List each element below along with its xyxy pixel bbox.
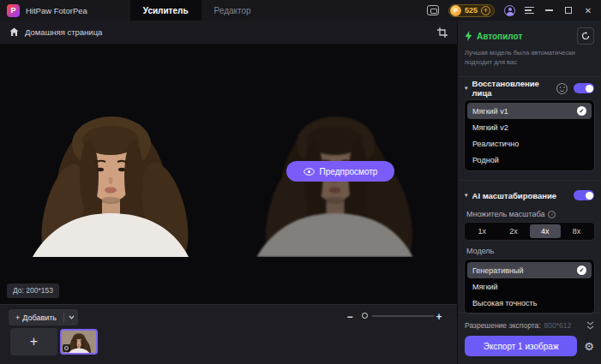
maximize-button[interactable] <box>563 5 574 15</box>
image-thumbnail[interactable] <box>60 329 98 355</box>
preview-button[interactable]: Предпросмотр <box>286 161 394 182</box>
autopilot-description: Лучшая модель была автоматически подходи… <box>465 49 593 68</box>
add-label: Добавить <box>22 313 57 322</box>
zoom-slider-knob[interactable] <box>362 313 368 319</box>
export-button[interactable]: Экспорт 1 изображ <box>465 336 577 356</box>
preview-label: Предпросмотр <box>320 167 378 176</box>
face-restoration-header[interactable]: ▾ Восстановление лица <box>465 81 594 95</box>
ai-upscaling-header[interactable]: ▾ AI масштабирование <box>465 188 594 202</box>
bottom-bar: + Добавить − + + <box>0 304 457 364</box>
add-image-tile[interactable]: + <box>10 328 57 355</box>
multiplier-label: Множитель масштаба i <box>466 210 556 218</box>
app-window: P HitPaw FotorPea Усилитель Редактор P 5… <box>0 0 601 364</box>
add-image-button[interactable]: + Добавить <box>9 309 78 325</box>
caret-down-icon[interactable]: ▾ <box>465 192 468 199</box>
app-title: HitPaw FotorPea <box>26 6 87 15</box>
plus-icon: + <box>15 313 20 322</box>
export-resolution-label: Разрешение экспорта: <box>465 321 541 330</box>
upscale-model-list: Генеративный ✓ Мягкий Высокая точность <box>464 259 595 314</box>
export-resolution-value: 800*612 <box>544 321 572 330</box>
ai-upscaling-title: AI масштабирование <box>472 191 557 200</box>
compare-canvas: До: 200*153 Предпросмотр <box>0 45 457 304</box>
refresh-button[interactable] <box>577 27 594 45</box>
titlebar-actions: P 525 + ✕ <box>427 4 601 17</box>
screenshot-icon[interactable] <box>427 5 439 15</box>
face-model-option[interactable]: Мягкий v1 ✓ <box>467 103 592 119</box>
autopilot-title: Автопилот <box>477 32 522 41</box>
face-model-option[interactable]: Реалистично <box>467 135 592 152</box>
coin-icon: P <box>450 5 461 16</box>
face-restoration-toggle[interactable] <box>574 83 594 93</box>
face-restoration-title: Восстановление лица <box>472 79 552 98</box>
before-photo <box>0 84 222 257</box>
home-icon[interactable] <box>9 27 19 37</box>
model-label: Модель <box>466 247 494 255</box>
zoom-slider-track[interactable] <box>372 315 434 317</box>
scale-4x[interactable]: 4x <box>530 224 562 238</box>
export-row: Экспорт 1 изображ ⚙ <box>465 336 594 356</box>
zoom-in-button[interactable]: + <box>434 311 444 323</box>
refresh-icon <box>581 32 590 40</box>
title-bar: P HitPaw FotorPea Усилитель Редактор P 5… <box>0 0 601 21</box>
upscale-model-option[interactable]: Генеративный ✓ <box>467 262 592 278</box>
eye-icon <box>304 168 315 176</box>
add-credits-icon[interactable]: + <box>481 6 490 15</box>
face-model-option[interactable]: Мягкий v2 <box>467 119 592 135</box>
gear-icon[interactable]: ⚙ <box>584 341 594 352</box>
check-icon: ✓ <box>577 106 586 116</box>
credits-count: 525 <box>465 6 478 15</box>
face-model-option[interactable]: Родной <box>467 152 592 168</box>
menu-icon[interactable] <box>525 7 534 15</box>
divider <box>458 313 601 313</box>
nav-bar: Домашняя страница <box>0 21 457 45</box>
ai-upscaling-toggle[interactable] <box>574 190 594 200</box>
tab-enhancer[interactable]: Усилитель <box>130 0 201 21</box>
scale-multiplier-group: 1x 2x 4x 8x <box>464 222 595 241</box>
upscale-model-option[interactable]: Высокая точность <box>467 295 592 311</box>
autopilot-header: Автопилот <box>465 27 594 45</box>
check-icon: ✓ <box>577 266 586 275</box>
expand-chevron-icon[interactable] <box>586 321 594 330</box>
caret-down-icon[interactable]: ▾ <box>465 85 468 92</box>
scale-2x[interactable]: 2x <box>498 224 530 238</box>
face-icon <box>556 83 568 94</box>
minimize-button[interactable] <box>544 5 554 15</box>
face-model-list: Мягкий v1 ✓ Мягкий v2 Реалистично Родной <box>464 99 595 171</box>
add-dropdown-chevron-icon[interactable] <box>64 309 78 325</box>
export-resolution-row: Разрешение экспорта: 800*612 <box>465 319 594 331</box>
tab-editor[interactable]: Редактор <box>201 0 264 21</box>
zoom-out-button[interactable]: − <box>345 311 355 323</box>
close-button[interactable]: ✕ <box>583 5 593 15</box>
home-label[interactable]: Домашняя страница <box>25 27 102 37</box>
account-icon[interactable] <box>504 5 515 16</box>
upscale-model-option[interactable]: Мягкий <box>467 278 592 295</box>
info-icon[interactable]: i <box>548 211 556 218</box>
main-tabs: Усилитель Редактор <box>130 0 264 21</box>
app-logo-icon: P <box>7 4 20 17</box>
credits-badge[interactable]: P 525 + <box>448 4 495 17</box>
settings-sidebar: Автопилот Лучшая модель была автоматичес… <box>457 21 601 364</box>
scale-8x[interactable]: 8x <box>561 224 592 238</box>
divider <box>458 76 601 77</box>
thumbnail-status-icon <box>63 344 70 352</box>
lightning-icon <box>465 31 472 41</box>
scale-1x[interactable]: 1x <box>466 224 498 238</box>
divider <box>458 180 601 181</box>
before-resolution-badge: До: 200*153 <box>7 283 59 298</box>
crop-icon[interactable] <box>435 25 450 40</box>
